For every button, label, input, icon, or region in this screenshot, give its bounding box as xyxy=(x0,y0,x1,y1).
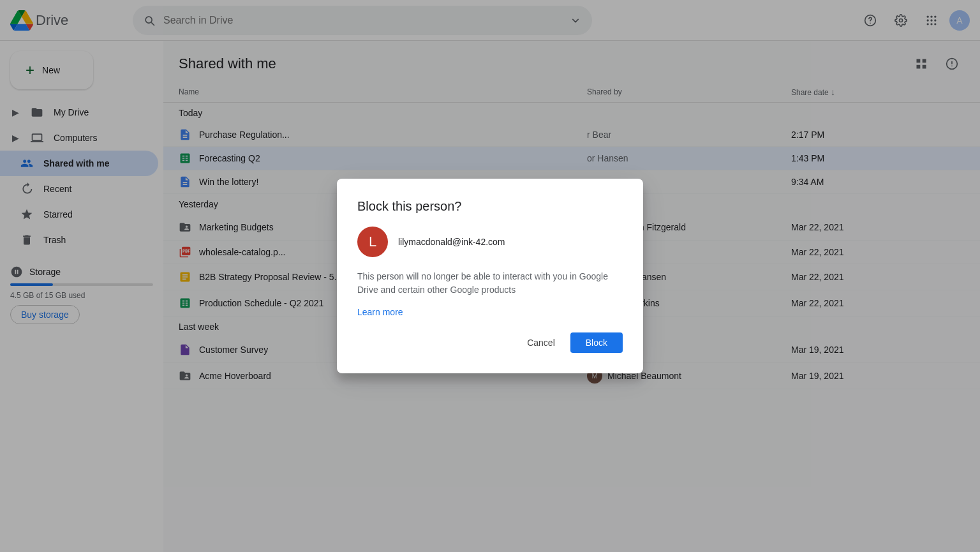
learn-more-link[interactable]: Learn more xyxy=(357,307,623,317)
dialog-email: lilymacdonald@ink-42.com xyxy=(398,237,505,247)
dialog-overlay: Block this person? L lilymacdonald@ink-4… xyxy=(0,0,980,552)
block-person-dialog: Block this person? L lilymacdonald@ink-4… xyxy=(337,179,643,373)
dialog-title: Block this person? xyxy=(357,199,623,214)
person-initial-avatar: L xyxy=(357,227,388,257)
dialog-person-info: L lilymacdonald@ink-42.com xyxy=(357,227,623,257)
dialog-description: This person will no longer be able to in… xyxy=(357,270,623,297)
cancel-button[interactable]: Cancel xyxy=(517,332,565,353)
dialog-actions: Cancel Block xyxy=(357,332,623,353)
block-button[interactable]: Block xyxy=(570,332,623,353)
